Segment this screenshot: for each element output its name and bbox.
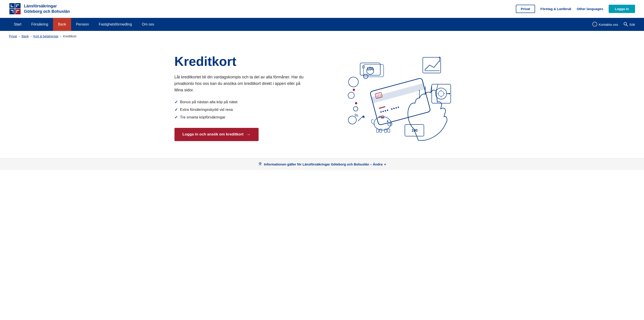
svg-point-25	[348, 92, 354, 99]
top-bar: Länsförsäkringar Göteborg och Bohuslän P…	[0, 0, 644, 18]
logo-area: Länsförsäkringar Göteborg och Bohuslän	[9, 3, 70, 15]
logo-icon	[9, 3, 21, 15]
nav-forsäkring[interactable]: Försäkring	[26, 18, 53, 31]
svg-point-51	[393, 108, 394, 109]
svg-point-22	[624, 23, 626, 25]
svg-point-26	[354, 107, 358, 111]
svg-point-53	[398, 107, 399, 108]
kontakta-oss[interactable]: 📞 Kontakta oss	[592, 22, 618, 27]
breadcrumb-privat[interactable]: Privat	[9, 35, 17, 38]
footer-info-bar: Informationen gäller för Länsförsäkringa…	[0, 158, 644, 170]
breadcrumb: Privat › Bank › Kort & betalningar › Kre…	[0, 31, 644, 42]
hero-description: Låt kreditkortet bli din vardagskompis o…	[174, 74, 304, 93]
foretag-link[interactable]: Företag & Lantbruk	[540, 7, 571, 11]
svg-point-84	[364, 74, 368, 79]
svg-line-81	[358, 116, 364, 121]
svg-text:100: 100	[412, 129, 418, 132]
breadcrumb-sep-1: ›	[19, 35, 20, 38]
svg-rect-16	[13, 10, 14, 13]
check-list: Bonus på nästan alla köp på nätet Extra …	[174, 100, 322, 120]
apply-button[interactable]: Logga in och ansök om kreditkort →	[174, 128, 259, 141]
breadcrumb-bank[interactable]: Bank	[22, 35, 29, 38]
svg-rect-45	[379, 106, 386, 109]
svg-line-23	[626, 25, 628, 26]
hero-illustration: 100	[338, 51, 454, 145]
nav-bank[interactable]: Bank	[53, 18, 71, 31]
nav-om-oss[interactable]: Om oss	[137, 18, 159, 31]
svg-point-28	[353, 89, 355, 91]
hero-image: 100	[322, 51, 470, 145]
nav-items: Start Försäkring Bank Pension Fastighets…	[9, 18, 592, 31]
svg-point-66	[449, 93, 450, 94]
svg-line-55	[425, 86, 426, 94]
svg-point-49	[386, 109, 388, 111]
svg-rect-75	[380, 129, 382, 132]
nav-bar: Start Försäkring Bank Pension Fastighets…	[0, 18, 644, 31]
check-item-1: Bonus på nästan alla köp på nätet	[174, 100, 322, 105]
svg-rect-40	[371, 83, 424, 103]
svg-rect-19	[16, 10, 17, 13]
breadcrumb-kort[interactable]: Kort & betalningar	[33, 35, 58, 38]
location-icon	[258, 162, 262, 167]
svg-point-48	[384, 110, 386, 112]
svg-rect-17	[16, 10, 20, 14]
footer-info-text[interactable]: Informationen gäller för Länsförsäkringa…	[264, 162, 382, 166]
svg-marker-82	[362, 116, 365, 118]
check-item-3: Tre smarta köpförsäkringar	[174, 115, 322, 120]
svg-point-67	[374, 117, 391, 130]
svg-rect-77	[388, 129, 390, 132]
nav-pension[interactable]: Pension	[71, 18, 94, 31]
svg-text:📞: 📞	[594, 23, 596, 26]
arrow-icon: →	[246, 132, 250, 137]
nav-right: 📞 Kontakta oss Sök	[592, 22, 635, 27]
svg-point-60	[438, 91, 444, 96]
svg-rect-8	[10, 4, 14, 8]
svg-point-68	[388, 122, 392, 126]
hero-content: Kreditkort Låt kreditkortet bli din vard…	[174, 54, 322, 141]
svg-text:%: %	[354, 113, 358, 118]
svg-point-71	[387, 121, 388, 122]
sok-button[interactable]: Sök	[624, 22, 635, 27]
svg-rect-11	[16, 4, 20, 8]
logo-text: Länsförsäkringar Göteborg och Bohuslän	[24, 4, 70, 14]
nav-start[interactable]: Start	[9, 18, 26, 31]
privat-button[interactable]: Privat	[516, 5, 535, 13]
svg-point-70	[390, 123, 391, 124]
svg-rect-10	[11, 7, 14, 7]
nav-fastighetsformedling[interactable]: Fastighetsförmedling	[94, 18, 137, 31]
phone-icon: 📞	[592, 22, 597, 27]
svg-point-46	[380, 111, 382, 113]
svg-point-29	[355, 102, 357, 104]
check-item-2: Extra försäkringsskydd vid resa	[174, 107, 322, 112]
svg-point-52	[395, 107, 397, 109]
page-title: Kreditkort	[174, 54, 322, 69]
breadcrumb-sep-3: ›	[60, 35, 61, 38]
svg-point-24	[348, 77, 358, 87]
breadcrumb-current: Kreditkort	[63, 35, 76, 38]
breadcrumb-sep-2: ›	[30, 35, 32, 38]
hero-section: Kreditkort Låt kreditkortet bli din vard…	[166, 42, 479, 158]
logga-in-button[interactable]: Logga in	[609, 5, 635, 13]
svg-point-86	[260, 163, 260, 164]
other-languages-link[interactable]: Other languages	[577, 7, 603, 11]
svg-rect-13	[16, 5, 19, 5]
svg-point-69	[389, 123, 390, 124]
svg-rect-14	[10, 10, 14, 14]
svg-point-50	[391, 108, 392, 110]
chevron-down-icon: ▾	[384, 163, 386, 166]
top-right-nav: Privat Företag & Lantbruk Other language…	[516, 5, 635, 13]
search-icon	[624, 22, 628, 27]
svg-point-59	[436, 88, 447, 99]
svg-point-47	[382, 111, 384, 112]
